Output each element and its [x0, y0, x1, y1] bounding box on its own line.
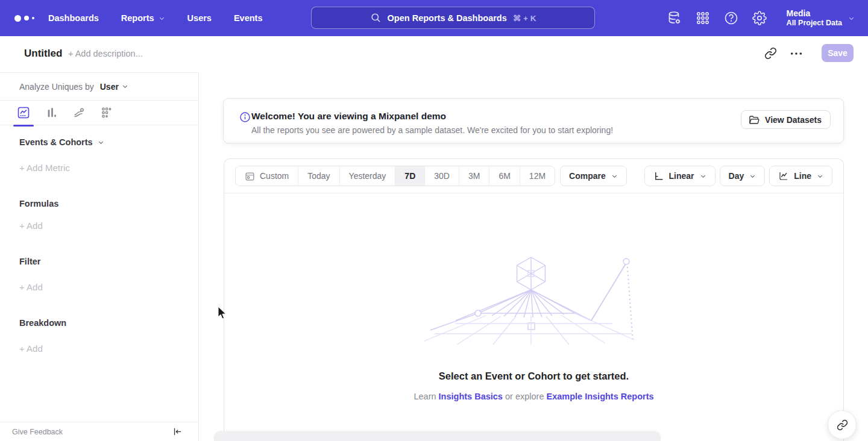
learn-prefix: Learn — [414, 392, 436, 401]
interval-label: Day — [729, 171, 744, 181]
tab-flows-chart[interactable] — [72, 101, 86, 125]
add-breakdown-button[interactable]: + Add — [19, 343, 43, 354]
mixpanel-logo-icon[interactable] — [14, 15, 36, 22]
add-formula-button[interactable]: + Add — [19, 220, 43, 231]
grid-dots-icon — [101, 107, 113, 119]
project-switcher[interactable]: Media All Project Data — [787, 8, 855, 28]
add-metric-button[interactable]: + Add Metric — [19, 163, 70, 173]
range-label: Yesterday — [349, 171, 386, 181]
calendar-icon — [245, 171, 255, 181]
nav-item-events[interactable]: Events — [234, 13, 263, 23]
chart-type-dropdown[interactable]: Line — [769, 166, 832, 186]
add-filter-button[interactable]: + Add — [19, 282, 43, 292]
empty-state-links: Learn Insights Basics or explore Example… — [224, 392, 843, 401]
search-icon — [370, 12, 382, 23]
section-title: Events & Cohorts — [19, 137, 93, 147]
save-button[interactable]: Save — [822, 44, 854, 62]
search-shortcut: ⌘ + K — [513, 13, 536, 23]
view-datasets-label: View Datasets — [765, 115, 822, 125]
chevron-down-icon — [749, 173, 756, 180]
copy-link-icon[interactable] — [764, 47, 777, 60]
folder-icon — [749, 114, 760, 125]
section-filter: Filter — [19, 257, 40, 266]
range-yesterday[interactable]: Yesterday — [339, 166, 395, 186]
tab-bar-chart[interactable] — [44, 101, 58, 125]
data-management-icon[interactable] — [667, 11, 682, 25]
chart-type-label: Line — [794, 171, 811, 181]
section-events-cohorts[interactable]: Events & Cohorts — [19, 137, 104, 147]
example-reports-link[interactable]: Example Insights Reports — [546, 392, 653, 401]
range-label: Today — [307, 171, 330, 181]
range-custom[interactable]: Custom — [236, 166, 298, 186]
linear-axis-icon — [653, 170, 664, 181]
range-3m[interactable]: 3M — [459, 166, 489, 186]
chevron-down-icon — [159, 15, 165, 22]
report-description-placeholder[interactable]: + Add description... — [68, 49, 143, 58]
nav-label: Users — [187, 13, 212, 23]
project-name: Media — [787, 8, 842, 19]
section-formulas: Formulas — [19, 199, 58, 208]
range-6m[interactable]: 6M — [489, 166, 519, 186]
range-7d[interactable]: 7D — [395, 166, 424, 186]
search-label: Open Reports & Dashboards — [388, 13, 507, 23]
report-header: Untitled + Add description... — [0, 36, 868, 72]
compare-label: Compare — [569, 171, 606, 181]
scale-dropdown[interactable]: Linear — [644, 166, 715, 186]
insights-basics-link[interactable]: Insights Basics — [439, 392, 503, 401]
chevron-down-icon — [611, 173, 618, 180]
section-breakdown: Breakdown — [19, 318, 66, 328]
nav-label: Dashboards — [48, 13, 99, 23]
visualization-tabs — [0, 101, 198, 125]
analyze-by-dropdown[interactable]: User — [100, 82, 128, 92]
range-label: 12M — [529, 171, 546, 181]
insights-chart-card: Custom Today Yesterday 7D 30D 3M 6M 12M … — [224, 158, 844, 441]
nav-label: Events — [234, 13, 263, 23]
line-chart-icon — [778, 170, 789, 181]
empty-state-illustration — [420, 255, 649, 347]
nav-item-users[interactable]: Users — [187, 13, 212, 23]
range-30d[interactable]: 30D — [424, 166, 459, 186]
info-icon — [239, 111, 251, 123]
link-icon — [837, 419, 848, 431]
demo-welcome-banner: Welcome! You are viewing a Mixpanel demo… — [223, 98, 844, 143]
interval-dropdown[interactable]: Day — [720, 166, 766, 186]
top-nav-items: Dashboards Reports Users Events — [48, 13, 262, 23]
nav-item-dashboards[interactable]: Dashboards — [48, 13, 99, 23]
chevron-down-icon — [700, 173, 706, 180]
analyze-row: Analyze Uniques by User — [0, 73, 198, 101]
range-today[interactable]: Today — [298, 166, 339, 186]
compare-button[interactable]: Compare — [560, 166, 627, 186]
apps-grid-icon[interactable] — [696, 11, 710, 25]
tab-retention-grid[interactable] — [99, 101, 114, 125]
collapse-sidebar-icon[interactable] — [172, 427, 183, 437]
section-title: Breakdown — [19, 318, 66, 328]
sidebar-footer: Give Feedback — [0, 422, 198, 441]
more-options-icon[interactable] — [790, 49, 803, 58]
settings-gear-icon[interactable] — [752, 11, 767, 25]
chart-display-controls: Linear Day Line — [644, 166, 832, 186]
global-search-bar[interactable]: Open Reports & Dashboards ⌘ + K — [311, 7, 595, 29]
chevron-down-icon — [122, 83, 128, 90]
tab-line-chart[interactable] — [16, 101, 31, 125]
banner-subtitle: All the reports you see are powered by a… — [251, 125, 613, 135]
query-builder-sidebar: Analyze Uniques by User — [0, 72, 199, 441]
nav-label: Reports — [121, 13, 154, 23]
chevron-down-icon — [817, 173, 823, 180]
range-12m[interactable]: 12M — [520, 166, 555, 186]
help-icon[interactable] — [724, 11, 738, 25]
top-nav-right: Media All Project Data — [667, 0, 855, 36]
mixpanel-insights-screen: Dashboards Reports Users Events Open Rep… — [0, 0, 868, 441]
view-datasets-button[interactable]: View Datasets — [741, 110, 831, 129]
range-label: Custom — [260, 171, 289, 181]
floating-share-link-button[interactable] — [828, 410, 857, 439]
analyze-prefix-label: Analyze Uniques by — [19, 82, 94, 92]
nav-item-reports[interactable]: Reports — [121, 13, 165, 23]
section-title: Formulas — [19, 199, 58, 208]
analyze-value-label: User — [100, 82, 119, 92]
section-title: Filter — [19, 257, 40, 266]
report-title[interactable]: Untitled — [24, 48, 62, 60]
date-range-segmented-control: Custom Today Yesterday 7D 30D 3M 6M 12M — [235, 166, 555, 186]
project-subtitle: All Project Data — [787, 19, 842, 28]
give-feedback-link[interactable]: Give Feedback — [12, 428, 63, 436]
top-nav: Dashboards Reports Users Events Open Rep… — [0, 0, 868, 36]
